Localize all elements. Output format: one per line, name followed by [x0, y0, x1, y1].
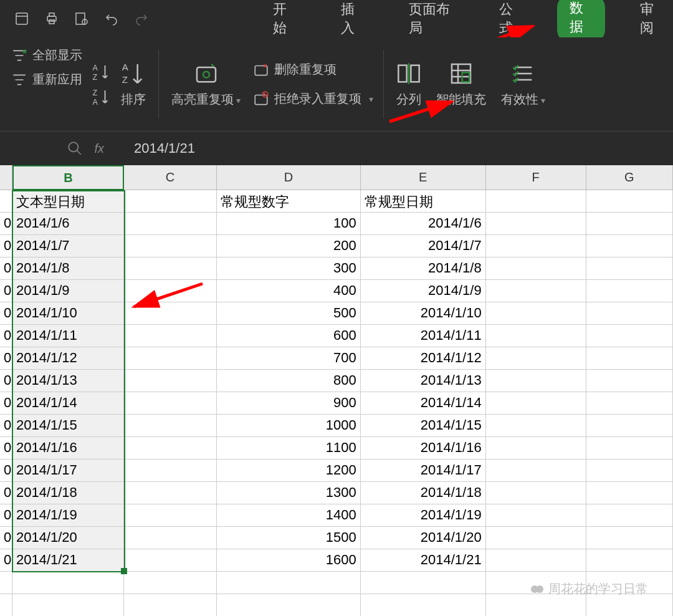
cell[interactable] — [124, 460, 217, 482]
cell[interactable]: 2014/1/11 — [12, 325, 124, 347]
cell[interactable]: 2014/1/20 — [361, 527, 486, 549]
cell[interactable]: 2014/1/7 — [361, 235, 486, 257]
cell[interactable] — [124, 482, 217, 504]
cell[interactable] — [486, 370, 586, 392]
cell[interactable]: 0 — [0, 302, 12, 325]
tab-review[interactable]: 审阅 — [630, 0, 673, 42]
cell[interactable] — [586, 325, 673, 347]
cell[interactable]: 0 — [0, 370, 12, 392]
cell[interactable]: 0 — [0, 482, 12, 504]
reject-dup-button[interactable]: 拒绝录入重复项▾ — [253, 90, 373, 107]
cell[interactable] — [486, 527, 586, 549]
cell[interactable] — [586, 370, 673, 392]
cell[interactable] — [124, 572, 217, 594]
reapply-button[interactable]: 重新应用 — [11, 71, 82, 88]
cell[interactable]: 900 — [217, 392, 361, 415]
cell[interactable]: 1100 — [217, 437, 361, 460]
cell[interactable]: 1400 — [217, 504, 361, 527]
cell[interactable] — [124, 594, 217, 616]
cell[interactable] — [486, 190, 586, 213]
undo-icon[interactable] — [102, 11, 121, 26]
cell[interactable]: 2014/1/11 — [361, 325, 486, 347]
cell[interactable]: 2014/1/9 — [361, 280, 486, 302]
cell[interactable]: 1000 — [217, 415, 361, 437]
cell[interactable]: 0 — [0, 415, 12, 437]
cell[interactable]: 2014/1/17 — [361, 460, 486, 482]
cell[interactable] — [0, 572, 12, 594]
cell[interactable]: 常规型数字 — [217, 190, 361, 213]
cell[interactable] — [124, 527, 217, 549]
cell[interactable] — [486, 549, 586, 572]
cell[interactable] — [586, 213, 673, 235]
cell[interactable]: 0 — [0, 437, 12, 460]
cell[interactable]: 0 — [0, 549, 12, 572]
cell[interactable] — [586, 594, 673, 616]
cell[interactable] — [124, 257, 217, 280]
cell[interactable]: 300 — [217, 257, 361, 280]
cell[interactable] — [124, 347, 217, 370]
cell[interactable]: 2014/1/14 — [12, 392, 124, 415]
cell[interactable]: 0 — [0, 325, 12, 347]
cell[interactable] — [586, 302, 673, 325]
cell[interactable] — [12, 572, 124, 594]
spreadsheet[interactable]: B C D E F G 文本型日期 常规型数字 常规型日期 02014/1/61… — [0, 165, 673, 616]
cell[interactable] — [124, 190, 217, 213]
cell[interactable] — [586, 549, 673, 572]
cell[interactable] — [12, 594, 124, 616]
cell[interactable] — [486, 213, 586, 235]
col-header-C[interactable]: C — [124, 165, 217, 190]
highlight-dup-button[interactable]: 高亮重复项▾ — [164, 52, 248, 117]
cell[interactable]: 2014/1/14 — [361, 392, 486, 415]
cell[interactable]: 2014/1/18 — [12, 482, 124, 504]
cell[interactable] — [217, 572, 361, 594]
cell[interactable]: 0 — [0, 392, 12, 415]
cell[interactable] — [124, 549, 217, 572]
cell[interactable] — [486, 415, 586, 437]
cell[interactable] — [361, 572, 486, 594]
cell[interactable]: 2014/1/16 — [12, 437, 124, 460]
cell[interactable] — [586, 460, 673, 482]
sort-desc-icon[interactable]: ZA — [91, 87, 110, 106]
cell[interactable]: 0 — [0, 460, 12, 482]
cell[interactable]: 0 — [0, 257, 12, 280]
cell[interactable]: 2014/1/9 — [12, 280, 124, 302]
cell[interactable] — [486, 325, 586, 347]
cell[interactable] — [586, 280, 673, 302]
cell[interactable] — [0, 190, 12, 213]
cell[interactable] — [124, 302, 217, 325]
cell[interactable]: 2014/1/12 — [12, 347, 124, 370]
cell[interactable]: 2014/1/16 — [361, 437, 486, 460]
cell[interactable] — [124, 415, 217, 437]
cell[interactable]: 2014/1/10 — [361, 302, 486, 325]
tab-formula[interactable]: 公式 — [489, 0, 532, 42]
cell[interactable] — [486, 460, 586, 482]
preview-icon[interactable] — [72, 11, 91, 26]
cell[interactable]: 2014/1/13 — [12, 370, 124, 392]
cell[interactable]: 2014/1/15 — [12, 415, 124, 437]
cell[interactable]: 100 — [217, 213, 361, 235]
smart-fill-button[interactable]: 智能填充 — [429, 52, 494, 117]
cell[interactable] — [486, 235, 586, 257]
cell[interactable]: 1300 — [217, 482, 361, 504]
show-all-button[interactable]: 全部显示 — [11, 47, 82, 64]
cell[interactable]: 1200 — [217, 460, 361, 482]
cell[interactable]: 2014/1/21 — [361, 549, 486, 572]
cell[interactable] — [124, 325, 217, 347]
col-header-edge[interactable] — [0, 165, 12, 190]
cell[interactable]: 2014/1/18 — [361, 482, 486, 504]
cell[interactable]: 2014/1/8 — [12, 257, 124, 280]
zoom-icon[interactable] — [67, 140, 83, 156]
redo-icon[interactable] — [132, 11, 151, 26]
cell[interactable] — [124, 280, 217, 302]
cell[interactable] — [486, 347, 586, 370]
cell[interactable] — [586, 504, 673, 527]
col-header-G[interactable]: G — [586, 165, 673, 190]
cell[interactable]: 600 — [217, 325, 361, 347]
cell[interactable]: 2014/1/7 — [12, 235, 124, 257]
cell[interactable] — [124, 437, 217, 460]
cell[interactable] — [586, 482, 673, 504]
cell[interactable]: 2014/1/19 — [361, 504, 486, 527]
cell[interactable] — [0, 594, 12, 616]
cell[interactable]: 0 — [0, 347, 12, 370]
cell[interactable] — [586, 190, 673, 213]
